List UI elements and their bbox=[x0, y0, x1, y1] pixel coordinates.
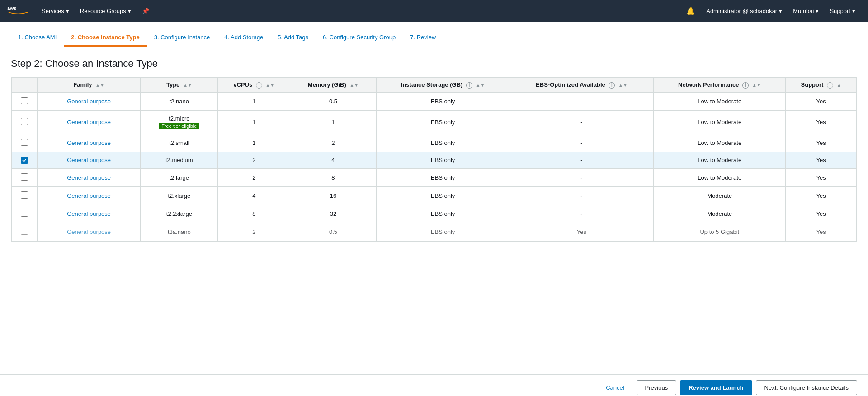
row-family: General purpose bbox=[38, 223, 141, 241]
family-link[interactable]: General purpose bbox=[67, 192, 111, 199]
table-row[interactable]: General purposet2.small12EBS only-Low to… bbox=[12, 134, 857, 152]
row-support: Yes bbox=[786, 92, 857, 110]
col-header-family[interactable]: Family ▲▼ bbox=[38, 78, 141, 93]
row-network: Up to 5 Gigabit bbox=[654, 223, 786, 241]
row-ebs: - bbox=[509, 186, 654, 205]
selected-checkbox[interactable] bbox=[21, 157, 28, 164]
col-header-vcpus[interactable]: vCPUs i ▲▼ bbox=[218, 78, 290, 93]
row-ebs: Yes bbox=[509, 223, 654, 241]
user-label: Administrator @ schadokar bbox=[706, 8, 777, 14]
row-network: Low to Moderate bbox=[654, 168, 786, 186]
ebs-info-icon[interactable]: i bbox=[609, 82, 615, 89]
type-sort-icon: ▲▼ bbox=[183, 83, 192, 88]
row-ebs: - bbox=[509, 110, 654, 134]
row-support: Yes bbox=[786, 186, 857, 205]
family-link[interactable]: General purpose bbox=[67, 157, 111, 163]
pin-icon-nav[interactable]: 📌 bbox=[137, 0, 155, 22]
wizard-step-4[interactable]: 4. Add Storage bbox=[217, 34, 270, 47]
row-vcpus: 8 bbox=[218, 205, 290, 223]
row-checkbox[interactable] bbox=[21, 139, 28, 146]
row-storage: EBS only bbox=[376, 92, 509, 110]
instance-type-label: t2.large bbox=[170, 174, 189, 181]
wizard-step-5[interactable]: 5. Add Tags bbox=[270, 34, 316, 47]
row-checkbox[interactable] bbox=[21, 210, 28, 217]
row-checkbox[interactable] bbox=[21, 97, 28, 104]
instance-type-label: t2.small bbox=[169, 140, 189, 146]
cancel-button[interactable]: Cancel bbox=[597, 380, 632, 395]
table-row[interactable]: General purposet2.microFree tier eligibl… bbox=[12, 110, 857, 134]
vcpus-info-icon[interactable]: i bbox=[256, 82, 262, 89]
row-vcpus: 1 bbox=[218, 110, 290, 134]
table-row[interactable]: General purposet2.2xlarge832EBS only-Mod… bbox=[12, 205, 857, 223]
row-vcpus: 2 bbox=[218, 152, 290, 168]
next-button[interactable]: Next: Configure Instance Details bbox=[756, 380, 857, 395]
row-storage: EBS only bbox=[376, 205, 509, 223]
instance-type-label: t3a.nano bbox=[168, 228, 191, 235]
row-memory: 1 bbox=[290, 110, 377, 134]
main-content: Step 2: Choose an Instance Type Family ▲… bbox=[0, 47, 868, 374]
region-label: Mumbai bbox=[793, 8, 814, 14]
col-header-checkbox bbox=[12, 78, 38, 93]
table-row[interactable]: General purposet2.xlarge416EBS only-Mode… bbox=[12, 186, 857, 205]
row-checkbox-cell bbox=[12, 92, 38, 110]
resource-groups-chevron-icon: ▾ bbox=[128, 8, 131, 14]
row-checkbox[interactable] bbox=[21, 118, 28, 125]
user-menu[interactable]: Administrator @ schadokar ▾ bbox=[701, 0, 788, 22]
notifications-bell[interactable]: 🔔 bbox=[681, 0, 701, 22]
row-checkbox[interactable] bbox=[21, 191, 28, 199]
row-family: General purpose bbox=[38, 134, 141, 152]
network-info-icon[interactable]: i bbox=[742, 82, 749, 89]
wizard-step-6[interactable]: 6. Configure Security Group bbox=[316, 34, 403, 47]
wizard-step-1[interactable]: 1. Choose AMI bbox=[11, 34, 64, 47]
region-menu[interactable]: Mumbai ▾ bbox=[788, 0, 824, 22]
row-family: General purpose bbox=[38, 205, 141, 223]
family-link[interactable]: General purpose bbox=[67, 140, 111, 146]
col-header-support[interactable]: Support i ▲ bbox=[786, 78, 857, 93]
row-storage: EBS only bbox=[376, 110, 509, 134]
previous-button[interactable]: Previous bbox=[637, 380, 677, 395]
instance-type-table-container: Family ▲▼ Type ▲▼ vCPUs i ▲▼ Memory (GiB… bbox=[11, 77, 857, 242]
family-link[interactable]: General purpose bbox=[67, 98, 111, 105]
row-memory: 16 bbox=[290, 186, 377, 205]
review-launch-button[interactable]: Review and Launch bbox=[680, 380, 752, 395]
family-link[interactable]: General purpose bbox=[67, 228, 111, 235]
wizard-step-3[interactable]: 3. Configure Instance bbox=[147, 34, 217, 47]
row-network: Low to Moderate bbox=[654, 110, 786, 134]
table-row[interactable]: General purposet3a.nano20.5EBS onlyYesUp… bbox=[12, 223, 857, 241]
row-type: t2.xlarge bbox=[141, 186, 218, 205]
family-link[interactable]: General purpose bbox=[67, 210, 111, 217]
row-ebs: - bbox=[509, 152, 654, 168]
col-header-storage[interactable]: Instance Storage (GB) i ▲▼ bbox=[376, 78, 509, 93]
vcpus-sort-icon: ▲▼ bbox=[265, 83, 274, 88]
table-row[interactable]: General purposet2.large28EBS only-Low to… bbox=[12, 168, 857, 186]
row-vcpus: 1 bbox=[218, 92, 290, 110]
row-type: t2.small bbox=[141, 134, 218, 152]
aws-logo[interactable]: aws bbox=[7, 4, 29, 18]
row-network: Low to Moderate bbox=[654, 152, 786, 168]
services-nav[interactable]: Services ▾ bbox=[36, 0, 75, 22]
family-link[interactable]: General purpose bbox=[67, 174, 111, 181]
wizard-step-7[interactable]: 7. Review bbox=[403, 34, 443, 47]
row-memory: 2 bbox=[290, 134, 377, 152]
family-link[interactable]: General purpose bbox=[67, 119, 111, 126]
col-header-ebs[interactable]: EBS-Optimized Available i ▲▼ bbox=[509, 78, 654, 93]
storage-info-icon[interactable]: i bbox=[466, 82, 472, 89]
row-checkbox[interactable] bbox=[21, 228, 28, 235]
row-support: Yes bbox=[786, 205, 857, 223]
row-storage: EBS only bbox=[376, 223, 509, 241]
table-row[interactable]: General purposet2.nano10.5EBS only-Low t… bbox=[12, 92, 857, 110]
wizard-step-2[interactable]: 2. Choose Instance Type bbox=[64, 34, 146, 47]
row-support: Yes bbox=[786, 152, 857, 168]
support-info-icon[interactable]: i bbox=[827, 82, 833, 89]
resource-groups-nav[interactable]: Resource Groups ▾ bbox=[75, 0, 137, 22]
col-header-network[interactable]: Network Performance i ▲▼ bbox=[654, 78, 786, 93]
row-support: Yes bbox=[786, 168, 857, 186]
support-sort-icon: ▲ bbox=[837, 83, 841, 88]
col-header-type[interactable]: Type ▲▼ bbox=[141, 78, 218, 93]
row-storage: EBS only bbox=[376, 134, 509, 152]
table-row[interactable]: General purposet2.medium24EBS only-Low t… bbox=[12, 152, 857, 168]
memory-sort-icon: ▲▼ bbox=[349, 83, 359, 88]
support-menu[interactable]: Support ▾ bbox=[824, 0, 861, 22]
row-checkbox[interactable] bbox=[21, 173, 28, 181]
col-header-memory[interactable]: Memory (GiB) ▲▼ bbox=[290, 78, 377, 93]
